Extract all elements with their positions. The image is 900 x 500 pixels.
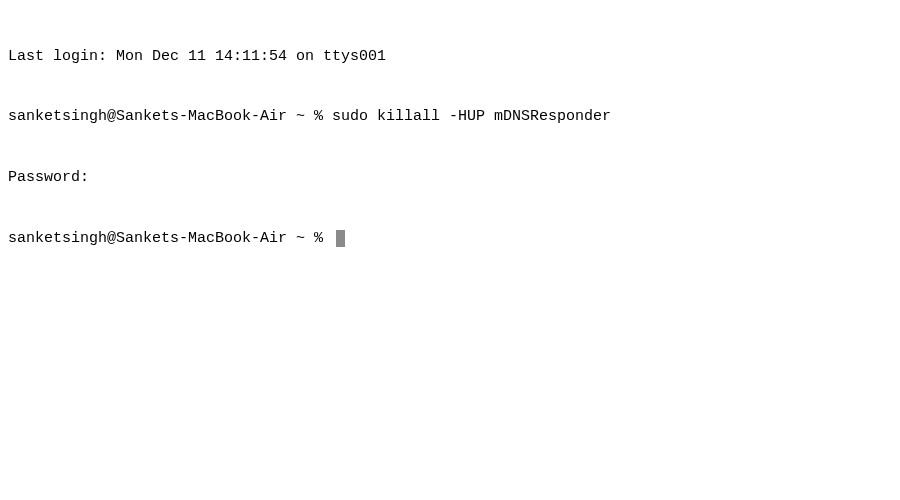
password-line: Password:	[8, 168, 892, 188]
command-text: sudo killall -HUP mDNSResponder	[332, 108, 611, 125]
last-login-line: Last login: Mon Dec 11 14:11:54 on ttys0…	[8, 47, 892, 67]
current-prompt-text: sanketsingh@Sankets-MacBook-Air ~ %	[8, 229, 332, 249]
cursor-icon	[336, 230, 345, 247]
command-line: sanketsingh@Sankets-MacBook-Air ~ % sudo…	[8, 107, 892, 127]
terminal-output[interactable]: Last login: Mon Dec 11 14:11:54 on ttys0…	[8, 6, 892, 269]
prompt-text: sanketsingh@Sankets-MacBook-Air ~ %	[8, 108, 332, 125]
current-prompt-line[interactable]: sanketsingh@Sankets-MacBook-Air ~ %	[8, 229, 892, 249]
